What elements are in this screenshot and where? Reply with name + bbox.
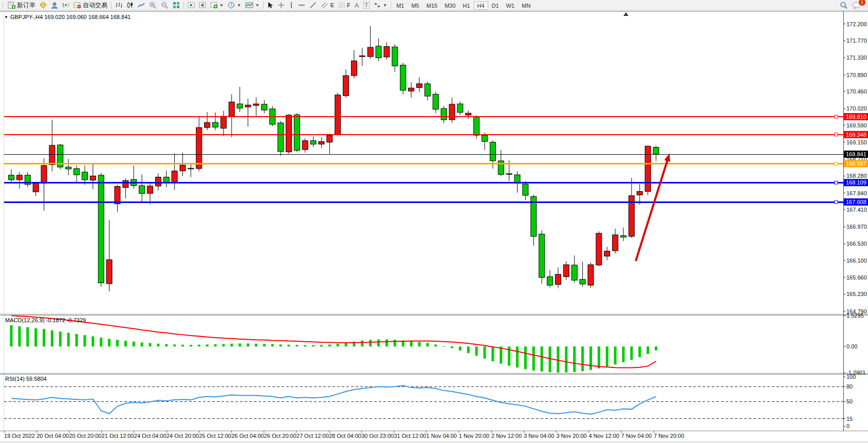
zoom-out-button[interactable]	[159, 1, 171, 10]
horizontal-line-button[interactable]	[296, 1, 307, 10]
zoom-in-icon	[149, 2, 157, 9]
price-label-168.109: 168.109	[846, 179, 866, 186]
macd-histogram-bar	[589, 346, 592, 370]
timeframe-H1[interactable]: H1	[459, 2, 474, 10]
macd-histogram-bar	[647, 346, 649, 354]
line-handle-167.608[interactable]	[835, 200, 838, 204]
time-label: 19 Oct 2022	[4, 433, 35, 439]
price-tick-label: 165.660	[846, 274, 867, 281]
fibonacci-letter: F	[347, 2, 350, 8]
candle	[588, 265, 594, 285]
macd-histogram-bar	[100, 338, 102, 346]
arrows-button[interactable]: ▼	[372, 1, 389, 10]
price-label-167.608: 167.608	[846, 199, 866, 205]
notifications-button[interactable]: 1	[850, 1, 863, 10]
text-button[interactable]: A	[353, 1, 361, 10]
time-label: 21 Oct 12:00	[102, 433, 134, 439]
equidistant-channel-button[interactable]: E	[319, 1, 336, 10]
vertical-line-button[interactable]	[287, 1, 296, 10]
indicators-button[interactable]: ▼	[243, 1, 262, 10]
line-handle-169.810[interactable]	[835, 115, 838, 118]
line-chart-button[interactable]	[136, 1, 147, 10]
trendline-icon	[309, 2, 317, 9]
new-chart-button[interactable]: ▼	[208, 1, 226, 10]
time-label: 24 Oct 04:00	[134, 433, 167, 439]
time-label: 7 Nov 04:00	[621, 433, 652, 439]
timeframe-M1[interactable]: M1	[393, 2, 408, 10]
price-tick-label: 167.410	[846, 207, 867, 213]
trend-arrow[interactable]	[636, 158, 668, 261]
candle	[9, 175, 14, 180]
auto-trading-button[interactable]: 自动交易	[71, 1, 109, 10]
macd-histogram-bar	[263, 344, 266, 346]
main-toolbar: 新订单 自动交易	[0, 0, 868, 11]
line-handle-169.348[interactable]	[835, 133, 838, 136]
time-label: 3 Nov 04:00	[524, 433, 554, 439]
macd-histogram-bar	[18, 326, 21, 346]
timeframe-M15[interactable]: M15	[423, 2, 441, 10]
timeframe-H4[interactable]: H4	[474, 2, 488, 10]
candle	[523, 184, 528, 195]
candle	[74, 169, 80, 175]
macd-histogram-bar	[394, 340, 396, 346]
timeframe-D1[interactable]: D1	[488, 2, 503, 10]
crosshair-button[interactable]	[275, 1, 287, 10]
candle	[188, 168, 194, 169]
rsi-axis-label: 100	[846, 374, 856, 380]
candle	[637, 192, 642, 195]
chart-collapse-icon[interactable]: ▼	[4, 15, 8, 20]
signals-button[interactable]	[60, 1, 71, 10]
time-label: 3 Nov 20:00	[556, 433, 586, 439]
time-label: 30 Oct 23:00	[361, 433, 394, 439]
macd-histogram-bar	[91, 337, 94, 347]
candle	[237, 104, 243, 108]
macd-histogram-bar	[385, 339, 388, 346]
price-tick-label: 170.020	[846, 105, 867, 112]
macd-histogram-bar	[655, 346, 657, 350]
clock-icon	[228, 2, 235, 9]
bar-chart-button[interactable]	[113, 1, 124, 10]
macd-histogram-bar	[173, 344, 176, 346]
candlestick-icon	[126, 2, 134, 9]
timeframe-M30[interactable]: M30	[441, 2, 459, 10]
candle	[547, 276, 553, 285]
new-chart-icon	[210, 2, 217, 9]
candle	[351, 61, 357, 76]
macd-histogram-bar	[475, 346, 478, 356]
candlestick-button[interactable]	[124, 1, 136, 10]
macd-histogram-bar	[34, 328, 37, 346]
chart-shift-icon	[199, 2, 206, 9]
indicators-icon	[245, 2, 253, 9]
price-tick-label: 169.150	[846, 139, 867, 145]
macd-histogram-bar	[532, 346, 535, 371]
search-button[interactable]	[838, 1, 850, 10]
macd-histogram-bar	[51, 330, 53, 346]
line-handle-168.109[interactable]	[835, 181, 838, 184]
metaeditor-button[interactable]	[38, 1, 49, 10]
auto-trading-icon	[73, 2, 81, 9]
macd-histogram-bar	[426, 343, 429, 347]
trendline-button[interactable]	[307, 1, 319, 10]
timeframe-W1[interactable]: W1	[503, 2, 519, 10]
community-button[interactable]	[49, 1, 60, 10]
timeframe-MN[interactable]: MN	[518, 2, 534, 10]
price-tick-label: 171.770	[846, 38, 867, 44]
zoom-in-button[interactable]	[147, 1, 159, 10]
macd-histogram-bar	[198, 345, 200, 347]
periods-button[interactable]: ▼	[226, 1, 243, 10]
timeframe-M5[interactable]: M5	[408, 2, 422, 10]
auto-scroll-button[interactable]	[186, 1, 197, 10]
chart-shift-button[interactable]	[197, 1, 208, 10]
macd-histogram-bar	[255, 344, 257, 347]
chart-shift-marker[interactable]	[623, 12, 629, 16]
price-label-168.841: 168.841	[846, 151, 866, 157]
text-label-button[interactable]: T	[361, 1, 372, 10]
price-tick-label: 167.840	[846, 190, 867, 196]
candle	[343, 76, 349, 96]
macd-histogram-bar	[116, 340, 119, 346]
fibonacci-button[interactable]: F	[336, 1, 353, 10]
new-order-button[interactable]: 新订单	[6, 1, 38, 10]
cursor-button[interactable]	[265, 1, 275, 10]
tile-windows-button[interactable]	[171, 1, 182, 10]
line-handle-168.597[interactable]	[835, 162, 838, 165]
